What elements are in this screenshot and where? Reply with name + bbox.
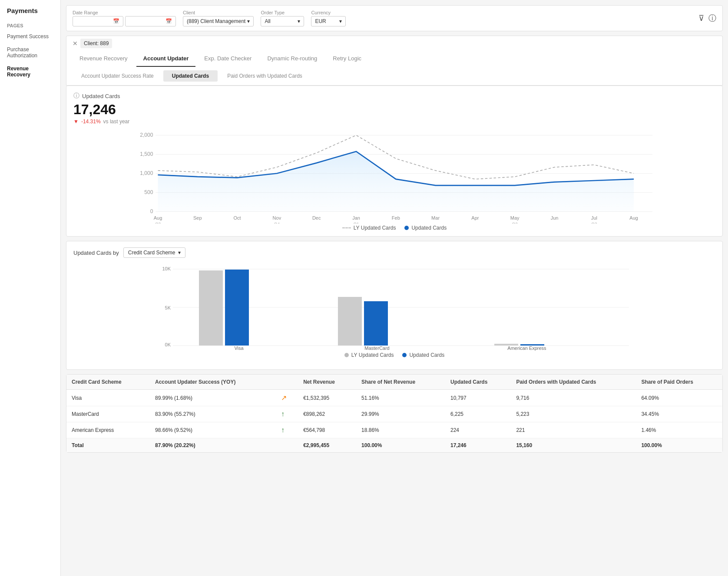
svg-text:5K: 5K xyxy=(165,305,171,310)
cell-paid-orders: 9,716 xyxy=(511,390,636,406)
svg-text:500: 500 xyxy=(144,189,153,195)
chevron-down-icon-3: ▾ xyxy=(339,18,342,24)
svg-text:American Express: American Express xyxy=(507,346,546,351)
cell-updated-cards: 10,797 xyxy=(445,390,511,406)
bar-chart-header: Updated Cards by Credit Card Scheme ▾ xyxy=(73,247,715,258)
client-select[interactable]: (889) Client Management ▾ xyxy=(183,16,254,26)
svg-text:Sep: Sep xyxy=(193,215,202,221)
sidebar-item-payment-success[interactable]: Payment Success xyxy=(0,30,60,43)
big-number: 17,246 xyxy=(73,102,715,118)
order-type-group: Order Type All ▾ xyxy=(261,10,304,26)
cell-scheme: MasterCard xyxy=(66,406,150,422)
svg-text:Oct: Oct xyxy=(234,215,241,221)
info-icon[interactable]: ⓘ xyxy=(708,13,716,23)
visa-current-bar xyxy=(225,270,249,346)
col-success: Account Updater Success (YOY) xyxy=(150,375,276,390)
bar-legend-current-dot xyxy=(402,353,407,357)
bar-chart-title: Updated Cards by xyxy=(73,250,119,256)
client-tag-text: Client: 889 xyxy=(84,40,109,46)
order-type-value: All xyxy=(265,18,270,24)
sidebar-section: Pages xyxy=(0,20,60,30)
sidebar: Payments Pages Payment Success Purchase … xyxy=(0,0,61,576)
change-pct: -14.31% xyxy=(81,118,101,125)
chart-info-icon: ⓘ xyxy=(73,92,79,100)
svg-text:Mar: Mar xyxy=(431,215,440,221)
date-range-label: Date Range xyxy=(73,10,176,15)
cell-revenue: €2,995,455 xyxy=(298,438,356,453)
filter-icon[interactable]: ⊽ xyxy=(698,13,704,23)
table-row: MasterCard 83.90% (55.27%) ↑ €898,262 29… xyxy=(66,406,722,422)
cell-updated-cards: 6,225 xyxy=(445,406,511,422)
svg-text:Jan: Jan xyxy=(352,215,360,221)
change-label: vs last year xyxy=(103,118,130,125)
tab-updated-cards[interactable]: Updated Cards xyxy=(163,70,218,82)
main-content: Date Range 8/1/2023 📅 8/31/2024 📅 Client… xyxy=(61,0,728,576)
bar-legend-ly: LY Updated Cards xyxy=(344,352,394,358)
svg-text:Q3: Q3 xyxy=(591,221,597,224)
cell-updated-cards: 17,246 xyxy=(445,438,511,453)
cell-revenue: €1,532,395 xyxy=(298,390,356,406)
chart-title: Updated Cards xyxy=(82,93,120,99)
tab-account-updater[interactable]: Account Updater xyxy=(136,51,196,67)
cell-share-paid: 1.46% xyxy=(636,422,722,438)
cell-paid-orders: 5,223 xyxy=(511,406,636,422)
cell-share-revenue: 51.16% xyxy=(356,390,445,406)
data-table: Credit Card Scheme Account Updater Succe… xyxy=(66,375,722,452)
col-trend xyxy=(276,375,298,390)
svg-text:Aug: Aug xyxy=(154,215,162,221)
table-row: Visa 89.99% (1.68%) ↗ €1,532,395 51.16% … xyxy=(66,390,722,406)
client-label: Client xyxy=(183,10,254,15)
legend-current-label: Updated Cards xyxy=(411,225,447,231)
tab-exp-date-checker[interactable]: Exp. Date Checker xyxy=(197,51,258,67)
sidebar-item-purchase-authorization[interactable]: Purchase Authorization xyxy=(0,43,60,62)
currency-label: Currency xyxy=(311,10,346,15)
legend-current: Updated Cards xyxy=(404,225,447,231)
svg-text:Q1: Q1 xyxy=(353,221,359,224)
currency-group: Currency EUR ▾ xyxy=(311,10,346,26)
currency-select[interactable]: EUR ▾ xyxy=(311,16,346,26)
main-chart-section: ⓘ Updated Cards 17,246 ▼ -14.31% vs last… xyxy=(66,86,723,237)
chevron-down-icon-2: ▾ xyxy=(298,18,300,24)
tab-revenue-recovery[interactable]: Revenue Recovery xyxy=(73,51,135,67)
date-end-input[interactable]: 8/31/2024 📅 xyxy=(125,16,176,26)
currency-value: EUR xyxy=(315,18,326,24)
tab-retry-logic[interactable]: Retry Logic xyxy=(326,51,368,67)
line-chart-svg: 2,000 1,500 1,000 500 0 xyxy=(75,128,714,224)
primary-tabs: Revenue Recovery Account Updater Exp. Da… xyxy=(66,51,723,67)
client-tag: Client: 889 xyxy=(80,39,112,48)
tab-success-rate[interactable]: Account Updater Success Rate xyxy=(73,70,162,82)
tab-dynamic-rerouting[interactable]: Dynamic Re-routing xyxy=(260,51,324,67)
order-type-label: Order Type xyxy=(261,10,304,15)
cell-share-revenue: 29.99% xyxy=(356,406,445,422)
client-group: Client (889) Client Management ▾ xyxy=(183,10,254,26)
svg-text:Aug: Aug xyxy=(629,215,638,221)
cell-revenue: €898,262 xyxy=(298,406,356,422)
date-start-field[interactable]: 8/1/2023 xyxy=(76,18,111,24)
cell-success: 98.66% (9.52%) xyxy=(150,422,276,438)
bar-chart-section: Updated Cards by Credit Card Scheme ▾ 10… xyxy=(66,241,723,370)
tab-paid-orders[interactable]: Paid Orders with Updated Cards xyxy=(218,70,311,82)
svg-text:0K: 0K xyxy=(165,342,171,347)
svg-text:Dec: Dec xyxy=(312,215,321,221)
bar-chart-svg: 10K 5K 0K Visa MasterCard American Expre… xyxy=(73,264,715,351)
svg-text:MasterCard: MasterCard xyxy=(364,346,389,351)
svg-text:Q4: Q4 xyxy=(274,221,280,224)
chart-top: ⓘ Updated Cards 17,246 ▼ -14.31% vs last… xyxy=(66,86,722,125)
order-type-select[interactable]: All ▾ xyxy=(261,16,304,26)
date-end-field[interactable]: 8/31/2024 xyxy=(129,18,164,24)
remove-client-tag-button[interactable]: ✕ xyxy=(73,40,78,47)
date-start-input[interactable]: 8/1/2023 📅 xyxy=(73,16,123,26)
chevron-down-icon: ▾ xyxy=(247,18,250,24)
cell-scheme: American Express xyxy=(66,422,150,438)
bar-legend-current: Updated Cards xyxy=(402,352,444,358)
col-paid-orders: Paid Orders with Updated Cards xyxy=(511,375,636,390)
cell-revenue: €564,798 xyxy=(298,422,356,438)
svg-text:2,000: 2,000 xyxy=(140,132,153,138)
credit-card-scheme-dropdown[interactable]: Credit Card Scheme ▾ xyxy=(123,247,185,258)
sidebar-item-revenue-recovery[interactable]: Revenue Recovery xyxy=(0,62,60,81)
cell-paid-orders: 221 xyxy=(511,422,636,438)
legend-current-dot xyxy=(404,226,409,230)
client-tag-bar: ✕ Client: 889 xyxy=(66,36,723,51)
svg-text:Feb: Feb xyxy=(392,215,400,221)
dropdown-label: Credit Card Scheme xyxy=(128,250,175,256)
